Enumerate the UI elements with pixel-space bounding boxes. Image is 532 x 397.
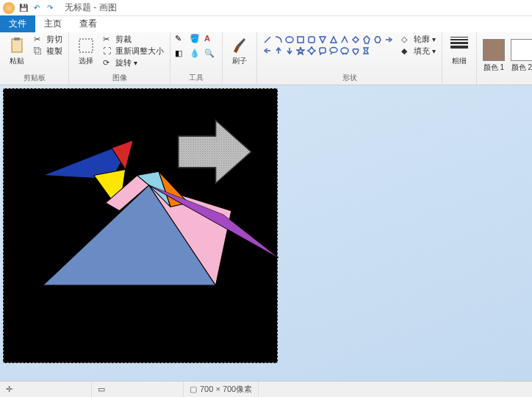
group-colors: 颜色 1 颜色 2 编辑颜色 💎 使用画图 3D 进行编辑 i 产品提醒 颜色 [477, 32, 532, 85]
svg-marker-6 [320, 37, 326, 43]
group-shapes: ◇轮廓▾ ◆填充▾ 形状 [257, 32, 442, 85]
eraser-tool-icon[interactable]: ◧ [175, 49, 188, 62]
shape-outline-button[interactable]: ◇轮廓▾ [400, 34, 437, 45]
group-label-image: 图像 [112, 71, 127, 83]
svg-marker-10 [375, 37, 381, 43]
ribbon: 粘贴 ✂剪切 ⿻複製 剪贴板 选择 ✂剪裁 ⛶重新调整大小 ⟳旋转▾ 图像 [0, 32, 532, 85]
copy-button[interactable]: ⿻複製 [32, 46, 64, 57]
picker-tool-icon[interactable]: 💧 [190, 49, 203, 62]
group-clipboard: 粘贴 ✂剪切 ⿻複製 剪贴板 [0, 32, 69, 85]
color2-swatch [511, 39, 532, 61]
tab-view[interactable]: 查看 [71, 15, 106, 32]
svg-marker-8 [353, 37, 359, 43]
crosshair-icon: ✛ [6, 385, 12, 394]
app-icon [3, 2, 15, 14]
status-cursor-pos: ✛ [0, 382, 92, 397]
status-selection-size: ▭ [92, 382, 184, 397]
color1-swatch [483, 39, 505, 61]
svg-marker-9 [364, 36, 370, 43]
size-button[interactable]: 粗细 [447, 34, 472, 66]
color1-button[interactable]: 颜色 1 [481, 36, 506, 73]
cut-button[interactable]: ✂剪切 [32, 34, 64, 45]
svg-point-13 [330, 47, 337, 52]
svg-marker-11 [297, 47, 304, 54]
canvas[interactable] [3, 88, 278, 363]
svg-marker-12 [308, 47, 315, 54]
redo-icon[interactable]: ↷ [44, 2, 56, 14]
svg-point-14 [341, 48, 348, 54]
svg-rect-5 [309, 37, 314, 43]
dims-icon: ▢ [190, 385, 197, 394]
svg-rect-0 [12, 39, 22, 52]
group-brushes: 刷子 [223, 32, 257, 85]
status-bar: ✛ ▭ ▢700 × 700像素 [0, 381, 532, 397]
status-canvas-size: ▢700 × 700像素 [184, 382, 259, 397]
selection-icon: ▭ [98, 385, 105, 394]
save-icon[interactable]: 💾 [18, 2, 29, 14]
svg-rect-1 [14, 37, 20, 40]
group-size: 粗细 [442, 32, 477, 85]
crop-button[interactable]: ✂剪裁 [101, 34, 165, 45]
pencil-tool-icon[interactable]: ✎ [175, 34, 188, 47]
shape-fill-button[interactable]: ◆填充▾ [400, 46, 437, 57]
quick-access-toolbar: 💾 ↶ ↷ [18, 2, 56, 14]
svg-point-3 [286, 37, 293, 43]
shapes-gallery[interactable] [262, 34, 394, 67]
tab-home[interactable]: 主页 [35, 15, 71, 32]
window-title: 无标题 - 画图 [65, 1, 117, 14]
group-label-tools: 工具 [189, 71, 204, 83]
group-tools: ✎ 🪣 A ◧ 💧 🔍 工具 [170, 32, 223, 85]
canvas-area[interactable] [0, 85, 532, 381]
resize-button[interactable]: ⛶重新调整大小 [101, 46, 165, 57]
ribbon-tabs: 文件 主页 查看 [0, 16, 532, 32]
group-label-shapes: 形状 [342, 71, 357, 83]
group-image: 选择 ✂剪裁 ⛶重新调整大小 ⟳旋转▾ 图像 [69, 32, 170, 85]
select-button[interactable]: 选择 [73, 34, 98, 66]
color2-button[interactable]: 颜色 2 [509, 36, 532, 73]
title-bar: 💾 ↶ ↷ 无标题 - 画图 [0, 0, 532, 16]
paste-button[interactable]: 粘贴 [4, 34, 29, 66]
brushes-button[interactable]: 刷子 [227, 34, 252, 66]
zoom-tool-icon[interactable]: 🔍 [204, 49, 218, 62]
svg-rect-2 [79, 39, 93, 52]
fill-tool-icon[interactable]: 🪣 [190, 34, 203, 47]
drawing-content [4, 89, 278, 364]
text-tool-icon[interactable]: A [204, 34, 218, 47]
svg-rect-4 [298, 37, 303, 43]
undo-icon[interactable]: ↶ [31, 2, 43, 14]
tab-file[interactable]: 文件 [0, 15, 35, 32]
rotate-button[interactable]: ⟳旋转▾ [101, 57, 165, 68]
group-label-clipboard: 剪贴板 [24, 71, 46, 83]
svg-marker-7 [331, 37, 337, 43]
